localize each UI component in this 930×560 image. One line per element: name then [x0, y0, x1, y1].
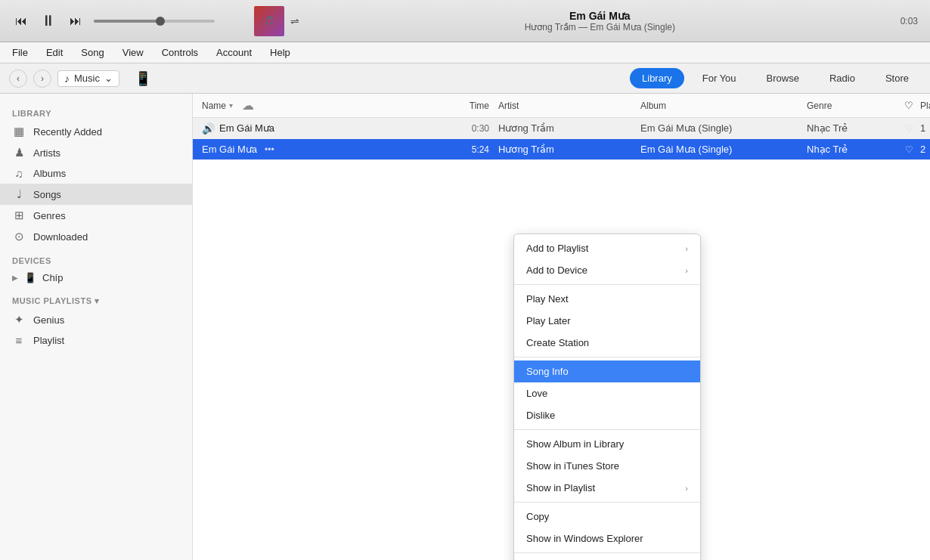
- songs-icon: ♩: [12, 187, 26, 201]
- cell-heart-1[interactable]: ♡: [897, 123, 920, 134]
- ctx-label-add-to-playlist: Add to Playlist: [526, 243, 588, 254]
- col-header-artist[interactable]: Artist: [489, 101, 640, 111]
- sidebar-item-artists[interactable]: ♟ Artists: [0, 142, 192, 163]
- ctx-add-to-playlist[interactable]: Add to Playlist ›: [514, 237, 700, 259]
- ctx-label-add-to-device: Add to Device: [526, 265, 587, 276]
- track-row-2[interactable]: Em Gái Mưa ••• 5:24 Hương Trầm Em Gái Mư…: [193, 139, 930, 160]
- cell-time-2: 5:24: [444, 144, 489, 155]
- content-area: Name ▾ ☁ Time Artist Album Genre ♡ Plays…: [193, 94, 930, 560]
- ctx-label-love: Love: [526, 388, 547, 399]
- col-header-plays[interactable]: Plays: [920, 101, 930, 111]
- dots-button[interactable]: •••: [265, 144, 274, 155]
- cell-artist-1: Hương Trầm: [489, 122, 640, 134]
- menu-account[interactable]: Account: [213, 45, 255, 60]
- ctx-label-play-next: Play Next: [526, 293, 569, 305]
- ctx-love[interactable]: Love: [514, 382, 700, 404]
- tab-library[interactable]: Library: [630, 68, 684, 88]
- ctx-label-show-explorer: Show in Windows Explorer: [526, 533, 643, 544]
- rewind-button[interactable]: ⏮: [12, 11, 30, 31]
- chevron-icon: ⌄: [104, 73, 113, 84]
- forward-button[interactable]: ›: [33, 70, 51, 88]
- tab-browse[interactable]: Browse: [755, 68, 811, 88]
- sidebar-item-playlist[interactable]: ≡ Playlist: [0, 330, 192, 351]
- ctx-show-album[interactable]: Show Album in Library: [514, 433, 700, 455]
- sidebar-item-downloaded[interactable]: ⊙ Downloaded: [0, 226, 192, 247]
- track-row-1[interactable]: 🔊 Em Gái Mưa 0:30 Hương Trầm Em Gái Mưa …: [193, 118, 930, 139]
- ctx-show-itunes[interactable]: Show in iTunes Store: [514, 455, 700, 477]
- playlists-section-header: Music Playlists ▾: [0, 287, 192, 309]
- col-header-genre[interactable]: Genre: [807, 101, 897, 111]
- device-name: Chíp: [42, 272, 63, 283]
- col-header-name[interactable]: Name ▾ ☁: [202, 98, 444, 113]
- cell-album-2: Em Gái Mưa (Single): [640, 144, 807, 155]
- genius-icon: ✦: [12, 313, 26, 326]
- cell-plays-2: 2: [920, 144, 929, 155]
- ctx-song-info[interactable]: Song Info: [514, 360, 700, 382]
- source-selector[interactable]: ♪ Music ⌄: [57, 70, 119, 87]
- genres-icon: ⊞: [12, 209, 26, 222]
- sort-arrow-icon: ▾: [229, 101, 233, 110]
- sidebar-label-genius: Genius: [33, 314, 64, 326]
- ctx-label-dislike: Dislike: [526, 410, 555, 421]
- album-art-area: 🎵 ⇌: [254, 6, 299, 36]
- sidebar-item-albums[interactable]: ♫ Albums: [0, 163, 192, 184]
- downloaded-icon: ⊙: [12, 230, 26, 243]
- ctx-separator-3: [514, 429, 700, 430]
- shuffle-icon: ⇌: [290, 15, 299, 27]
- sidebar-item-genres[interactable]: ⊞ Genres: [0, 205, 192, 226]
- tab-radio[interactable]: Radio: [817, 68, 867, 88]
- context-menu: Add to Playlist › Add to Device › Play N…: [513, 234, 701, 560]
- menu-controls[interactable]: Controls: [159, 45, 201, 60]
- progress-fill: [94, 20, 160, 23]
- back-button[interactable]: ‹: [9, 70, 27, 88]
- name-label: Name: [202, 101, 226, 111]
- sidebar-item-recently-added[interactable]: ▦ Recently Added: [0, 121, 192, 142]
- ctx-arrow-add-to-device: ›: [685, 266, 688, 275]
- menu-view[interactable]: View: [119, 45, 147, 60]
- col-header-time[interactable]: Time: [444, 101, 489, 111]
- ctx-create-station[interactable]: Create Station: [514, 332, 700, 354]
- ctx-show-explorer[interactable]: Show in Windows Explorer: [514, 528, 700, 549]
- speaker-icon: 🔊: [202, 122, 215, 135]
- menu-file[interactable]: File: [9, 45, 31, 60]
- sidebar-item-genius[interactable]: ✦ Genius: [0, 309, 192, 330]
- device-icon-small: 📱: [24, 272, 36, 283]
- ctx-separator-5: [514, 552, 700, 553]
- albums-icon: ♫: [12, 167, 26, 180]
- source-label: Music: [74, 73, 100, 84]
- ctx-play-later[interactable]: Play Later: [514, 310, 700, 332]
- tab-store[interactable]: Store: [873, 68, 921, 88]
- fast-forward-button[interactable]: ⏭: [67, 11, 85, 31]
- progress-track[interactable]: [94, 20, 215, 23]
- sidebar-item-songs[interactable]: ♩ Songs: [0, 184, 192, 205]
- ctx-copy[interactable]: Copy: [514, 506, 700, 528]
- pause-button[interactable]: ⏸: [38, 9, 59, 32]
- sidebar-device-chip[interactable]: ▶ 📱 Chíp: [0, 268, 192, 287]
- menu-song[interactable]: Song: [78, 45, 107, 60]
- sidebar-label-artists: Artists: [33, 147, 60, 159]
- ctx-play-next[interactable]: Play Next: [514, 288, 700, 310]
- sidebar-label-songs: Songs: [33, 189, 61, 200]
- cell-album-1: Em Gái Mưa (Single): [640, 122, 807, 134]
- ctx-label-show-playlist: Show in Playlist: [526, 482, 595, 493]
- cell-artist-2: Hương Trầm: [489, 144, 640, 155]
- ctx-dislike[interactable]: Dislike: [514, 404, 700, 426]
- tab-for-you[interactable]: For You: [690, 68, 749, 88]
- ctx-label-create-station: Create Station: [526, 337, 589, 348]
- artists-icon: ♟: [12, 146, 26, 159]
- ctx-add-to-device[interactable]: Add to Device ›: [514, 259, 700, 281]
- ctx-separator-4: [514, 502, 700, 503]
- main-layout: Library ▦ Recently Added ♟ Artists ♫ Alb…: [0, 94, 930, 560]
- ctx-label-copy: Copy: [526, 511, 549, 522]
- library-section-header: Library: [0, 100, 192, 121]
- playlist-icon: ≡: [12, 334, 26, 347]
- device-icon: 📱: [135, 70, 151, 87]
- ctx-show-playlist[interactable]: Show in Playlist ›: [514, 477, 700, 499]
- menu-help[interactable]: Help: [267, 45, 293, 60]
- col-header-album[interactable]: Album: [640, 101, 807, 111]
- expand-arrow-icon: ▶: [12, 274, 18, 282]
- cell-heart-2[interactable]: ♡: [897, 144, 920, 155]
- sidebar-label-downloaded: Downloaded: [33, 231, 88, 243]
- ctx-delete[interactable]: Delete from Library: [514, 556, 700, 560]
- menu-edit[interactable]: Edit: [43, 45, 66, 60]
